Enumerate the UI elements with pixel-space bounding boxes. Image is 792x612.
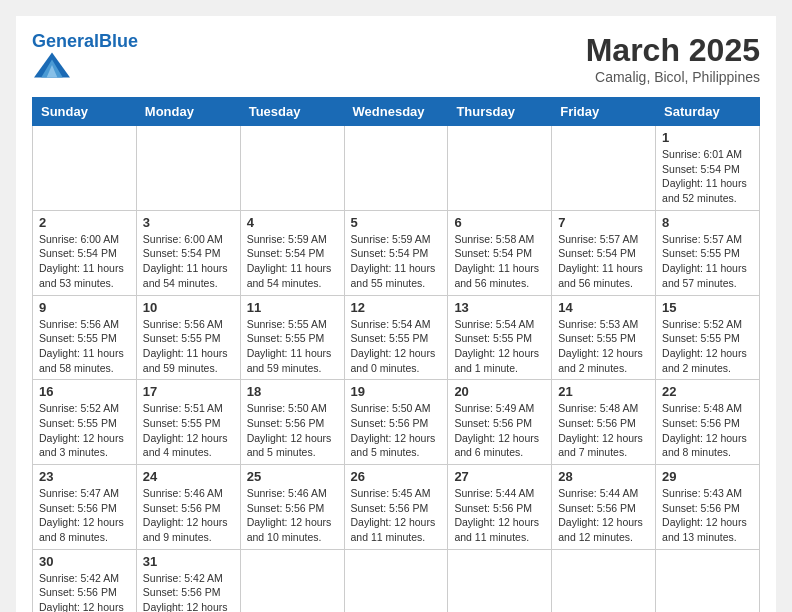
calendar-week-1: 1Sunrise: 6:01 AM Sunset: 5:54 PM Daylig… xyxy=(33,126,760,211)
calendar-cell-18: 12Sunrise: 5:54 AM Sunset: 5:55 PM Dayli… xyxy=(344,295,448,380)
day-info: Sunrise: 5:57 AM Sunset: 5:55 PM Dayligh… xyxy=(662,232,753,291)
month-year: March 2025 xyxy=(586,32,760,69)
day-info: Sunrise: 6:00 AM Sunset: 5:54 PM Dayligh… xyxy=(39,232,130,291)
day-number: 19 xyxy=(351,384,442,399)
calendar-cell-9: 3Sunrise: 6:00 AM Sunset: 5:54 PM Daylig… xyxy=(136,210,240,295)
day-info: Sunrise: 5:54 AM Sunset: 5:55 PM Dayligh… xyxy=(351,317,442,376)
day-info: Sunrise: 5:42 AM Sunset: 5:56 PM Dayligh… xyxy=(39,571,130,612)
day-info: Sunrise: 5:48 AM Sunset: 5:56 PM Dayligh… xyxy=(558,401,649,460)
calendar-cell-8: 2Sunrise: 6:00 AM Sunset: 5:54 PM Daylig… xyxy=(33,210,137,295)
logo-text: GeneralBlue xyxy=(32,32,138,50)
day-info: Sunrise: 5:48 AM Sunset: 5:56 PM Dayligh… xyxy=(662,401,753,460)
calendar-cell-35: 29Sunrise: 5:43 AM Sunset: 5:56 PM Dayli… xyxy=(656,465,760,550)
day-number: 23 xyxy=(39,469,130,484)
day-number: 12 xyxy=(351,300,442,315)
day-info: Sunrise: 6:01 AM Sunset: 5:54 PM Dayligh… xyxy=(662,147,753,206)
calendar-cell-2 xyxy=(136,126,240,211)
day-info: Sunrise: 5:52 AM Sunset: 5:55 PM Dayligh… xyxy=(39,401,130,460)
calendar-cell-5 xyxy=(448,126,552,211)
day-info: Sunrise: 5:45 AM Sunset: 5:56 PM Dayligh… xyxy=(351,486,442,545)
day-number: 7 xyxy=(558,215,649,230)
day-info: Sunrise: 5:50 AM Sunset: 5:56 PM Dayligh… xyxy=(351,401,442,460)
calendar-cell-22: 16Sunrise: 5:52 AM Sunset: 5:55 PM Dayli… xyxy=(33,380,137,465)
day-number: 31 xyxy=(143,554,234,569)
day-info: Sunrise: 5:43 AM Sunset: 5:56 PM Dayligh… xyxy=(662,486,753,545)
day-number: 17 xyxy=(143,384,234,399)
day-number: 2 xyxy=(39,215,130,230)
weekday-monday: Monday xyxy=(136,98,240,126)
calendar-cell-41 xyxy=(552,549,656,612)
calendar-cell-32: 26Sunrise: 5:45 AM Sunset: 5:56 PM Dayli… xyxy=(344,465,448,550)
day-number: 11 xyxy=(247,300,338,315)
calendar-cell-38 xyxy=(240,549,344,612)
day-number: 30 xyxy=(39,554,130,569)
calendar-cell-31: 25Sunrise: 5:46 AM Sunset: 5:56 PM Dayli… xyxy=(240,465,344,550)
day-info: Sunrise: 5:44 AM Sunset: 5:56 PM Dayligh… xyxy=(558,486,649,545)
day-info: Sunrise: 5:50 AM Sunset: 5:56 PM Dayligh… xyxy=(247,401,338,460)
logo-icon xyxy=(34,50,70,80)
calendar-cell-27: 21Sunrise: 5:48 AM Sunset: 5:56 PM Dayli… xyxy=(552,380,656,465)
day-info: Sunrise: 5:59 AM Sunset: 5:54 PM Dayligh… xyxy=(247,232,338,291)
day-info: Sunrise: 5:44 AM Sunset: 5:56 PM Dayligh… xyxy=(454,486,545,545)
weekday-header-row: SundayMondayTuesdayWednesdayThursdayFrid… xyxy=(33,98,760,126)
day-number: 26 xyxy=(351,469,442,484)
day-info: Sunrise: 5:56 AM Sunset: 5:55 PM Dayligh… xyxy=(143,317,234,376)
day-number: 8 xyxy=(662,215,753,230)
day-info: Sunrise: 5:46 AM Sunset: 5:56 PM Dayligh… xyxy=(143,486,234,545)
weekday-wednesday: Wednesday xyxy=(344,98,448,126)
day-number: 10 xyxy=(143,300,234,315)
calendar-cell-28: 22Sunrise: 5:48 AM Sunset: 5:56 PM Dayli… xyxy=(656,380,760,465)
weekday-thursday: Thursday xyxy=(448,98,552,126)
calendar-table: SundayMondayTuesdayWednesdayThursdayFrid… xyxy=(32,97,760,612)
day-number: 24 xyxy=(143,469,234,484)
calendar-cell-16: 10Sunrise: 5:56 AM Sunset: 5:55 PM Dayli… xyxy=(136,295,240,380)
calendar-cell-6 xyxy=(552,126,656,211)
calendar-cell-34: 28Sunrise: 5:44 AM Sunset: 5:56 PM Dayli… xyxy=(552,465,656,550)
calendar-cell-19: 13Sunrise: 5:54 AM Sunset: 5:55 PM Dayli… xyxy=(448,295,552,380)
day-number: 21 xyxy=(558,384,649,399)
calendar-cell-33: 27Sunrise: 5:44 AM Sunset: 5:56 PM Dayli… xyxy=(448,465,552,550)
day-number: 27 xyxy=(454,469,545,484)
calendar-cell-13: 7Sunrise: 5:57 AM Sunset: 5:54 PM Daylig… xyxy=(552,210,656,295)
day-number: 25 xyxy=(247,469,338,484)
day-number: 14 xyxy=(558,300,649,315)
day-number: 20 xyxy=(454,384,545,399)
calendar-cell-12: 6Sunrise: 5:58 AM Sunset: 5:54 PM Daylig… xyxy=(448,210,552,295)
calendar-cell-1 xyxy=(33,126,137,211)
day-number: 18 xyxy=(247,384,338,399)
header: GeneralBlue March 2025 Camalig, Bicol, P… xyxy=(32,32,760,85)
calendar-week-6: 30Sunrise: 5:42 AM Sunset: 5:56 PM Dayli… xyxy=(33,549,760,612)
weekday-tuesday: Tuesday xyxy=(240,98,344,126)
weekday-sunday: Sunday xyxy=(33,98,137,126)
calendar-cell-21: 15Sunrise: 5:52 AM Sunset: 5:55 PM Dayli… xyxy=(656,295,760,380)
calendar-cell-24: 18Sunrise: 5:50 AM Sunset: 5:56 PM Dayli… xyxy=(240,380,344,465)
logo-blue: Blue xyxy=(99,31,138,51)
calendar-week-4: 16Sunrise: 5:52 AM Sunset: 5:55 PM Dayli… xyxy=(33,380,760,465)
day-info: Sunrise: 5:55 AM Sunset: 5:55 PM Dayligh… xyxy=(247,317,338,376)
day-number: 13 xyxy=(454,300,545,315)
day-info: Sunrise: 5:47 AM Sunset: 5:56 PM Dayligh… xyxy=(39,486,130,545)
day-info: Sunrise: 5:42 AM Sunset: 5:56 PM Dayligh… xyxy=(143,571,234,612)
calendar-cell-39 xyxy=(344,549,448,612)
day-number: 9 xyxy=(39,300,130,315)
day-number: 15 xyxy=(662,300,753,315)
day-info: Sunrise: 5:56 AM Sunset: 5:55 PM Dayligh… xyxy=(39,317,130,376)
day-number: 6 xyxy=(454,215,545,230)
calendar-cell-20: 14Sunrise: 5:53 AM Sunset: 5:55 PM Dayli… xyxy=(552,295,656,380)
calendar-cell-17: 11Sunrise: 5:55 AM Sunset: 5:55 PM Dayli… xyxy=(240,295,344,380)
calendar-week-2: 2Sunrise: 6:00 AM Sunset: 5:54 PM Daylig… xyxy=(33,210,760,295)
day-info: Sunrise: 6:00 AM Sunset: 5:54 PM Dayligh… xyxy=(143,232,234,291)
logo: GeneralBlue xyxy=(32,32,138,84)
title-block: March 2025 Camalig, Bicol, Philippines xyxy=(586,32,760,85)
calendar-cell-42 xyxy=(656,549,760,612)
day-info: Sunrise: 5:57 AM Sunset: 5:54 PM Dayligh… xyxy=(558,232,649,291)
calendar-cell-23: 17Sunrise: 5:51 AM Sunset: 5:55 PM Dayli… xyxy=(136,380,240,465)
calendar-cell-14: 8Sunrise: 5:57 AM Sunset: 5:55 PM Daylig… xyxy=(656,210,760,295)
day-info: Sunrise: 5:54 AM Sunset: 5:55 PM Dayligh… xyxy=(454,317,545,376)
weekday-friday: Friday xyxy=(552,98,656,126)
calendar-cell-30: 24Sunrise: 5:46 AM Sunset: 5:56 PM Dayli… xyxy=(136,465,240,550)
calendar-cell-29: 23Sunrise: 5:47 AM Sunset: 5:56 PM Dayli… xyxy=(33,465,137,550)
calendar-cell-26: 20Sunrise: 5:49 AM Sunset: 5:56 PM Dayli… xyxy=(448,380,552,465)
calendar-cell-40 xyxy=(448,549,552,612)
calendar-cell-15: 9Sunrise: 5:56 AM Sunset: 5:55 PM Daylig… xyxy=(33,295,137,380)
